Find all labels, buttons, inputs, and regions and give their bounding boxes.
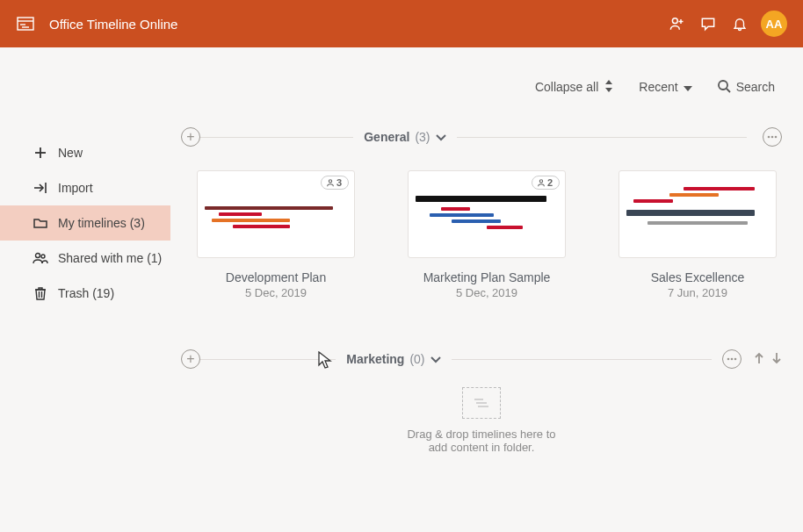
svg-point-26	[727, 358, 730, 361]
trash-icon	[32, 286, 49, 300]
search-label: Search	[736, 80, 775, 94]
svg-point-28	[734, 358, 737, 361]
svg-point-24	[329, 180, 331, 183]
sidebar-item-trash[interactable]: Trash (19)	[0, 276, 170, 311]
import-icon	[32, 182, 49, 194]
divider	[199, 137, 747, 138]
chevron-down-icon	[430, 352, 441, 366]
chevron-down-icon	[436, 130, 446, 144]
move-folder-down-button[interactable]	[771, 352, 782, 367]
add-timeline-button[interactable]: +	[181, 127, 200, 147]
sidebar-item-label: New	[58, 146, 83, 160]
svg-point-27	[731, 358, 734, 361]
svg-point-25	[539, 180, 542, 183]
timeline-card[interactable]: 2 Marketing Plan Sample 5 Dec, 2019	[408, 170, 566, 299]
content-area: Collapse all Recent Search	[170, 47, 803, 532]
plus-icon	[32, 147, 49, 159]
folder-header-marketing: + Marketing (0)	[181, 350, 782, 368]
folder-count: (3)	[415, 130, 430, 144]
sidebar-item-label: My timelines (3)	[58, 216, 145, 230]
content-toolbar: Collapse all Recent Search	[181, 72, 782, 102]
move-folder-up-button[interactable]	[754, 352, 764, 367]
search-icon	[717, 79, 731, 96]
svg-line-20	[727, 89, 730, 92]
svg-point-21	[768, 136, 770, 139]
sidebar-item-label: Trash (19)	[58, 286, 114, 300]
svg-point-23	[775, 136, 778, 139]
card-title: Sales Excellence	[619, 270, 777, 284]
app-header: Office Timeline Online AA	[0, 0, 803, 47]
svg-rect-0	[18, 18, 33, 30]
folder-count: (0)	[409, 352, 424, 366]
svg-point-12	[41, 255, 45, 258]
sidebar-item-label: Shared with me (1)	[58, 251, 162, 265]
card-title: Development Plan	[197, 270, 355, 284]
timeline-card[interactable]: Sales Excellence 7 Jun, 2019	[619, 170, 777, 299]
card-date: 5 Dec, 2019	[408, 286, 566, 299]
sidebar-item-label: Import	[58, 181, 93, 195]
sidebar-item-import[interactable]: Import	[0, 170, 170, 205]
caret-down-icon	[684, 80, 692, 94]
sidebar-item-my-timelines[interactable]: My timelines (3)	[0, 205, 170, 241]
card-date: 7 Jun, 2019	[619, 286, 777, 299]
sort-label: Recent	[639, 80, 677, 94]
bell-icon[interactable]	[724, 8, 756, 40]
dropzone-text-2: add content in folder.	[181, 441, 782, 454]
share-badge: 3	[321, 176, 349, 190]
dropzone-text-1: Drag & drop timelines here to	[181, 428, 782, 441]
folder-name: Marketing	[346, 352, 404, 366]
card-date: 5 Dec, 2019	[197, 286, 355, 299]
collapse-label: Collapse all	[535, 80, 598, 94]
timeline-card[interactable]: 3 Development Plan 5 Dec, 2019	[197, 170, 355, 299]
folder-name: General	[364, 130, 409, 144]
folder-more-button[interactable]	[722, 349, 742, 369]
search-button[interactable]: Search	[717, 79, 775, 96]
svg-marker-18	[684, 86, 692, 91]
add-timeline-button[interactable]: +	[181, 349, 200, 369]
timeline-thumbnail	[619, 170, 777, 258]
user-avatar[interactable]: AA	[761, 11, 787, 37]
sidebar-item-new[interactable]: New	[0, 135, 170, 170]
sort-button[interactable]: Recent	[639, 80, 691, 94]
folder-dropzone[interactable]: Drag & drop timelines here to add conten…	[181, 387, 782, 454]
collapse-icon	[604, 80, 614, 95]
svg-point-22	[771, 136, 774, 139]
svg-point-11	[36, 254, 40, 258]
divider	[199, 359, 712, 360]
folder-general: + General (3) 3	[181, 128, 782, 299]
folder-icon	[32, 217, 49, 229]
card-title: Marketing Plan Sample	[408, 270, 566, 284]
timeline-thumbnail: 3	[197, 170, 355, 258]
app-title: Office Timeline Online	[49, 17, 177, 32]
dropzone-icon	[462, 387, 501, 419]
card-grid: 3 Development Plan 5 Dec, 2019	[181, 146, 782, 299]
main-area: New Import My timelines (3) Shared with …	[0, 47, 803, 532]
svg-marker-17	[605, 88, 612, 92]
share-badge: 2	[532, 176, 560, 190]
folder-more-button[interactable]	[763, 127, 782, 147]
chat-icon[interactable]	[692, 8, 724, 40]
folder-title-button[interactable]: Marketing (0)	[336, 352, 451, 366]
add-user-icon[interactable]	[661, 8, 692, 40]
sidebar: New Import My timelines (3) Shared with …	[0, 47, 170, 532]
svg-marker-16	[605, 80, 612, 84]
people-icon	[32, 252, 49, 264]
svg-point-4	[672, 18, 677, 24]
timeline-thumbnail: 2	[408, 170, 566, 258]
sidebar-item-shared[interactable]: Shared with me (1)	[0, 241, 170, 276]
folder-header-general: + General (3)	[181, 128, 782, 146]
folder-marketing: + Marketing (0)	[181, 350, 782, 454]
svg-point-19	[719, 81, 727, 90]
collapse-all-button[interactable]: Collapse all	[535, 80, 614, 95]
app-logo-icon	[16, 14, 35, 33]
folder-title-button[interactable]: General (3)	[353, 130, 456, 144]
